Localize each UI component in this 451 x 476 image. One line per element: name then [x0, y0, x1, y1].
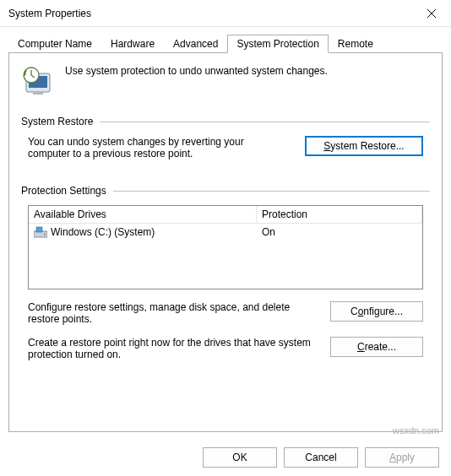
svg-rect-4	[33, 92, 43, 95]
window-title: System Properties	[8, 8, 91, 19]
cancel-button[interactable]: Cancel	[284, 447, 358, 468]
tab-hardware[interactable]: Hardware	[101, 35, 164, 53]
create-desc: Create a restore point right now for the…	[28, 337, 313, 360]
system-restore-label: System Restore	[21, 116, 93, 127]
protection-settings-label: Protection Settings	[21, 185, 106, 197]
ok-button[interactable]: OK	[203, 447, 277, 468]
watermark: wsxdn.com	[393, 425, 439, 435]
tab-strip: Computer Name Hardware Advanced System P…	[0, 27, 451, 52]
system-restore-desc: You can undo system changes by reverting…	[28, 136, 288, 160]
configure-desc: Configure restore settings, manage disk …	[28, 301, 313, 325]
drives-header: Available Drives Protection	[29, 206, 422, 224]
drive-cell: Windows (C:) (System)	[29, 225, 257, 239]
intro-text: Use system protection to undo unwanted s…	[65, 65, 328, 77]
svg-rect-8	[36, 227, 42, 232]
system-restore-icon	[21, 65, 55, 99]
intro-row: Use system protection to undo unwanted s…	[21, 65, 430, 99]
close-button[interactable]	[412, 0, 451, 27]
divider	[113, 191, 430, 192]
configure-row: Configure restore settings, manage disk …	[21, 301, 430, 325]
drive-name: Windows (C:) (System)	[51, 226, 155, 238]
divider	[100, 122, 430, 122]
system-restore-button[interactable]: System Restore...	[305, 136, 423, 156]
apply-button: Apply	[365, 447, 439, 468]
tab-advanced[interactable]: Advanced	[164, 35, 227, 53]
tab-computer-name[interactable]: Computer Name	[8, 35, 101, 53]
protection-settings-header: Protection Settings	[21, 185, 430, 197]
configure-button[interactable]: Configure...	[330, 301, 423, 322]
titlebar: System Properties	[0, 0, 451, 27]
drives-table[interactable]: Available Drives Protection Windows (C:)…	[28, 205, 423, 289]
create-row: Create a restore point right now for the…	[21, 337, 430, 360]
tab-panel-system-protection: Use system protection to undo unwanted s…	[8, 52, 443, 432]
tab-remote[interactable]: Remote	[329, 35, 383, 53]
col-protection[interactable]: Protection	[257, 206, 422, 223]
drives-body: Windows (C:) (System) On	[29, 224, 422, 241]
table-row[interactable]: Windows (C:) (System) On	[29, 224, 422, 241]
tab-system-protection[interactable]: System Protection	[227, 35, 328, 53]
system-restore-header: System Restore	[21, 116, 430, 127]
system-restore-section: You can undo system changes by reverting…	[21, 136, 430, 160]
close-icon	[427, 8, 437, 19]
svg-point-9	[44, 234, 46, 235]
dialog-footer: OK Cancel Apply	[203, 447, 439, 468]
system-restore-button-rest: ystem Restore...	[330, 140, 404, 152]
protection-cell: On	[257, 225, 422, 239]
col-available-drives[interactable]: Available Drives	[29, 206, 257, 223]
create-button[interactable]: Create...	[330, 337, 423, 357]
drive-icon	[34, 226, 47, 238]
